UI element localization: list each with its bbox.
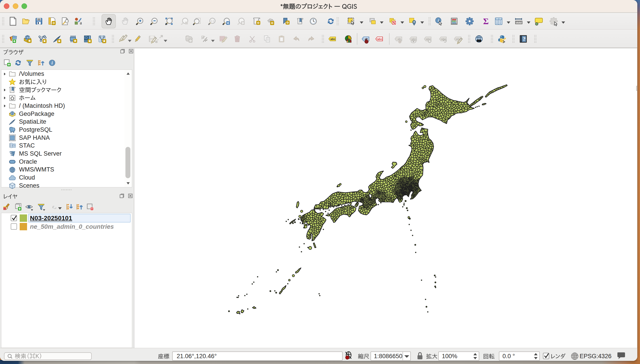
svg-text:?: ? — [523, 36, 526, 42]
svg-text:abc: abc — [378, 37, 382, 41]
svg-text:ε: ε — [52, 204, 54, 209]
svg-text:Σ: Σ — [483, 16, 489, 26]
svg-text:1:1: 1:1 — [211, 20, 214, 22]
svg-text:abc: abc — [330, 37, 336, 41]
svg-text:i: i — [438, 18, 439, 22]
